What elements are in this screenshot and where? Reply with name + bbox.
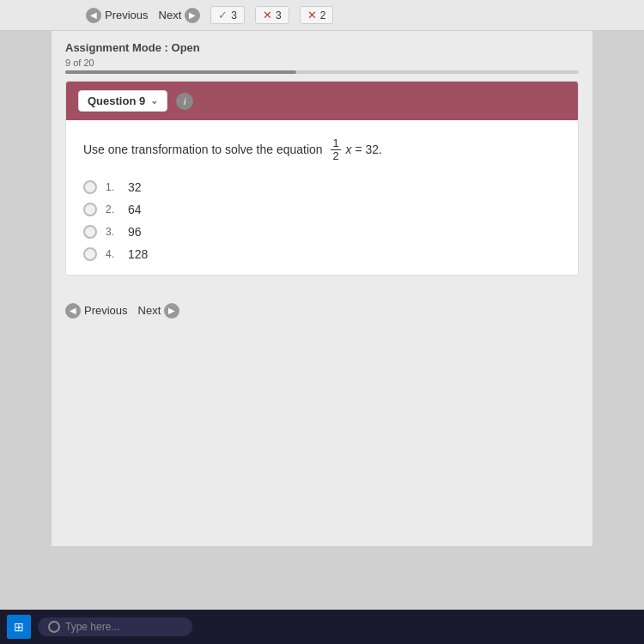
option-radio-4[interactable] bbox=[83, 247, 97, 261]
option-value-1: 32 bbox=[128, 180, 142, 194]
option-item-1: 1. 32 bbox=[83, 180, 561, 194]
assignment-mode-label: Assignment Mode : bbox=[65, 41, 168, 54]
windows-start-button[interactable]: ⊞ bbox=[7, 615, 31, 639]
previous-button-bottom[interactable]: ◀ Previous bbox=[65, 303, 128, 319]
previous-label-top: Previous bbox=[105, 9, 149, 21]
score-wrong2-value: 2 bbox=[320, 9, 326, 21]
progress-bar bbox=[65, 70, 579, 74]
option-value-2: 64 bbox=[128, 203, 142, 216]
answer-options: 1. 32 2. 64 3. 96 4. bbox=[83, 180, 561, 261]
x-icon-2: ✕ bbox=[307, 9, 317, 21]
chevron-down-icon[interactable]: ⌄ bbox=[150, 95, 158, 106]
taskbar: ⊞ Type here... bbox=[0, 610, 644, 644]
question-header: Question 9 ⌄ i bbox=[66, 82, 578, 120]
previous-icon-top: ◀ bbox=[86, 8, 101, 23]
fraction-denominator: 2 bbox=[331, 150, 340, 162]
score-correct: ✓ 3 bbox=[210, 6, 245, 24]
info-icon[interactable]: i bbox=[176, 93, 193, 110]
option-item-3: 3. 96 bbox=[83, 225, 561, 239]
previous-icon-bottom: ◀ bbox=[65, 303, 81, 319]
option-number-2: 2. bbox=[106, 204, 119, 216]
fraction-numerator: 1 bbox=[331, 137, 340, 150]
assignment-info: Assignment Mode : Open bbox=[52, 31, 592, 58]
previous-label-bottom: Previous bbox=[84, 304, 128, 317]
taskbar-search[interactable]: Type here... bbox=[38, 617, 192, 636]
score-correct-value: 3 bbox=[231, 9, 237, 21]
option-value-3: 96 bbox=[128, 225, 142, 239]
option-radio-3[interactable] bbox=[83, 225, 97, 239]
x-icon-1: ✕ bbox=[263, 9, 272, 21]
progress-text: 9 of 20 bbox=[65, 58, 94, 68]
option-item-2: 2. 64 bbox=[83, 203, 561, 216]
next-button-bottom[interactable]: Next ▶ bbox=[138, 303, 180, 319]
option-value-4: 128 bbox=[128, 247, 148, 261]
question-label: Question 9 ⌄ bbox=[78, 90, 167, 112]
check-icon: ✓ bbox=[218, 9, 228, 21]
question-text-before: Use one transformation to solve the equa… bbox=[83, 143, 323, 156]
score-wrong1-value: 3 bbox=[276, 9, 282, 21]
previous-button-top[interactable]: ◀ Previous bbox=[86, 8, 149, 23]
equation-display: 1 2 x = 32. bbox=[326, 143, 382, 156]
assignment-mode-value: Open bbox=[172, 41, 200, 54]
search-icon bbox=[48, 621, 60, 633]
score-wrong1: ✕ 3 bbox=[255, 6, 289, 24]
next-icon-bottom: ▶ bbox=[164, 303, 179, 319]
option-item-4: 4. 128 bbox=[83, 247, 561, 261]
next-button-top[interactable]: Next ▶ bbox=[159, 8, 201, 23]
option-number-1: 1. bbox=[106, 181, 119, 193]
next-label-top: Next bbox=[159, 9, 182, 21]
question-label-text: Question 9 bbox=[88, 94, 145, 107]
taskbar-search-placeholder: Type here... bbox=[65, 621, 119, 633]
question-body: Use one transformation to solve the equa… bbox=[66, 120, 578, 275]
score-wrong2: ✕ 2 bbox=[300, 6, 334, 24]
progress-fill bbox=[65, 70, 296, 74]
question-text: Use one transformation to solve the equa… bbox=[83, 137, 561, 163]
top-navigation: ◀ Previous Next ▶ ✓ 3 ✕ 3 ✕ 2 bbox=[0, 0, 644, 31]
option-radio-1[interactable] bbox=[83, 180, 97, 194]
option-number-4: 4. bbox=[106, 248, 119, 260]
next-label-bottom: Next bbox=[138, 304, 161, 317]
bottom-navigation: ◀ Previous Next ▶ bbox=[52, 289, 592, 332]
option-radio-2[interactable] bbox=[83, 203, 97, 216]
fraction: 1 2 bbox=[331, 137, 340, 163]
equation-variable: x = 32. bbox=[346, 143, 382, 156]
next-icon-top: ▶ bbox=[185, 8, 200, 23]
option-number-3: 3. bbox=[106, 226, 119, 238]
question-card: Question 9 ⌄ i Use one transformation to… bbox=[65, 81, 579, 276]
main-content: Assignment Mode : Open 9 of 20 Question … bbox=[52, 31, 592, 546]
progress-container: 9 of 20 bbox=[52, 58, 592, 81]
